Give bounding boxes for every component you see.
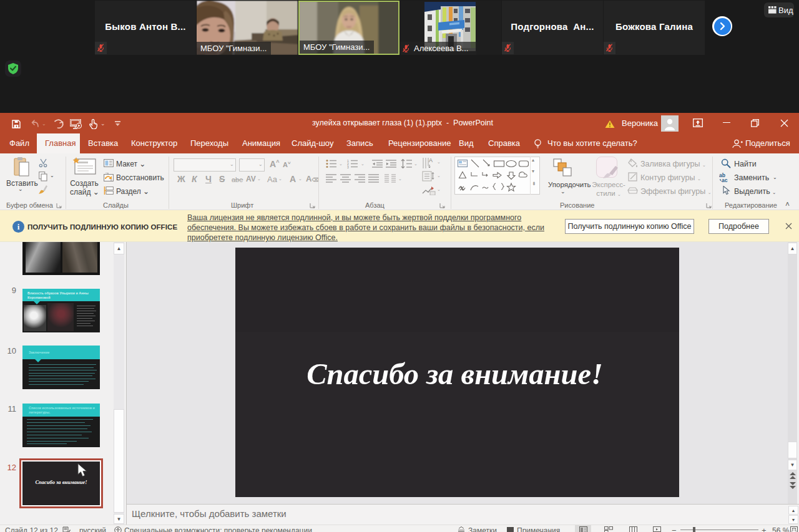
- svg-text:А: А: [429, 157, 433, 163]
- svg-text:3: 3: [347, 165, 349, 168]
- svg-text:ac: ac: [722, 177, 728, 183]
